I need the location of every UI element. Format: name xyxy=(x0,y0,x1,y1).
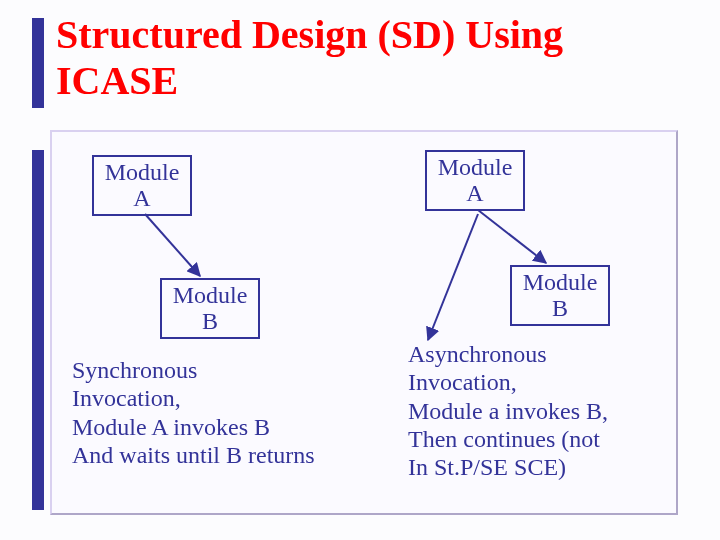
left-caption: SynchronousInvocation,Module A invokes B… xyxy=(72,356,382,469)
left-module-a-label: ModuleA xyxy=(105,159,180,211)
right-module-a-box: ModuleA xyxy=(425,150,525,211)
right-module-b-label: ModuleB xyxy=(523,269,598,321)
right-module-a-label: ModuleA xyxy=(438,154,513,206)
page-title: Structured Design (SD) Using ICASE xyxy=(56,12,676,104)
left-module-b-label: ModuleB xyxy=(173,282,248,334)
left-module-a-box: ModuleA xyxy=(92,155,192,216)
right-module-b-box: ModuleB xyxy=(510,265,610,326)
body-accent-bar xyxy=(32,150,44,510)
right-caption: AsynchronousInvocation,Module a invokes … xyxy=(408,340,708,482)
left-module-b-box: ModuleB xyxy=(160,278,260,339)
title-accent-bar xyxy=(32,18,44,108)
slide: Structured Design (SD) Using ICASE Modul… xyxy=(0,0,720,540)
